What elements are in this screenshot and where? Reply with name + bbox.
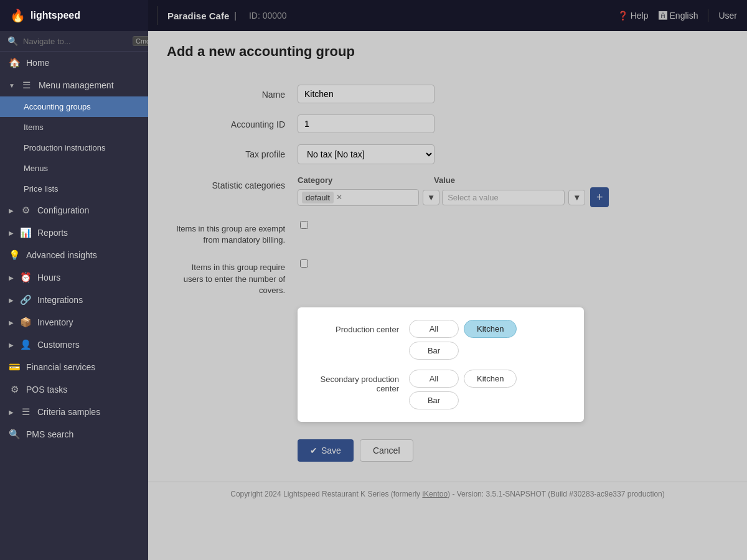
sidebar-item-accounting-groups[interactable]: Accounting groups <box>0 96 148 117</box>
value-header: Value <box>434 175 568 185</box>
ikentoo-link[interactable]: iKentoo <box>422 490 448 498</box>
tax-profile-select[interactable]: No tax [No tax] Standard Tax Reduced Tax <box>298 144 435 164</box>
covers-text: Items in this group require users to ent… <box>173 262 285 296</box>
sidebar-item-production-instructions[interactable]: Production instructions <box>0 138 148 158</box>
sidebar-item-price-lists[interactable]: Price lists <box>0 179 148 199</box>
financial-icon: 💳 <box>9 362 20 373</box>
sidebar-item-integrations[interactable]: ▶ 🔗 Integrations <box>0 289 148 311</box>
secondary-center-row1: All Kitchen <box>409 370 517 388</box>
category-tag-input[interactable]: default ✕ <box>298 189 419 206</box>
secondary-production-center-row: Secondary production center All Kitchen … <box>312 370 569 409</box>
page-title: Add a new accounting group <box>167 44 728 70</box>
sidebar-label-pms-search: PMS search <box>26 429 73 439</box>
secondary-center-kitchen-button[interactable]: Kitchen <box>464 370 517 388</box>
reports-icon: 📊 <box>20 227 31 238</box>
footer-text: Copyright 2024 Lightspeed Restaurant K S… <box>230 490 665 498</box>
pos-icon: ⚙ <box>9 384 20 395</box>
stat-add-button[interactable]: + <box>590 187 609 207</box>
topbar-right: ❓ Help 🅰 English User <box>618 9 737 22</box>
production-center-buttons: All Kitchen Bar <box>409 320 517 360</box>
value-placeholder: Select a value <box>448 193 499 202</box>
topbar-right-divider <box>708 9 708 22</box>
production-center-row: Production center All Kitchen Bar <box>312 320 569 360</box>
sidebar-label-hours: Hours <box>37 273 60 282</box>
brand: 🔥 lightspeed <box>10 8 147 23</box>
secondary-center-row2: Bar <box>409 391 517 409</box>
integrations-icon: 🔗 <box>20 294 31 306</box>
exempt-checkbox[interactable] <box>300 221 308 229</box>
sidebar-item-pms-search[interactable]: 🔍 PMS search <box>0 423 148 446</box>
lang-icon: 🅰 <box>659 11 667 21</box>
topbar: 🔥 lightspeed Paradise Cafe | ID: 00000 ❓… <box>0 0 747 31</box>
sidebar-label-menus: Menus <box>24 164 48 173</box>
cancel-button[interactable]: Cancel <box>360 439 413 462</box>
lang-label: English <box>670 11 698 21</box>
sidebar-item-home[interactable]: 🏠 Home <box>0 52 148 74</box>
tax-profile-label: Tax profile <box>173 144 298 159</box>
sidebar-item-menus[interactable]: Menus <box>0 158 148 179</box>
covers-checkbox[interactable] <box>300 259 308 268</box>
prod-center-bar-button[interactable]: Bar <box>409 342 459 360</box>
secondary-center-all-button[interactable]: All <box>409 370 459 388</box>
help-icon: ❓ <box>618 11 628 21</box>
category-dropdown-button[interactable]: ▼ <box>423 190 439 205</box>
chevron-right-criteria-icon: ▶ <box>9 409 14 416</box>
criteria-icon: ☰ <box>20 406 31 418</box>
secondary-center-bar-button[interactable]: Bar <box>409 391 459 409</box>
pms-search-icon: 🔍 <box>9 429 20 440</box>
configuration-icon: ⚙ <box>20 205 31 216</box>
save-label: Save <box>321 446 341 455</box>
stat-headers: Category Value <box>298 175 609 185</box>
insights-icon: 💡 <box>9 250 20 261</box>
name-input[interactable] <box>298 85 435 103</box>
sidebar: 🔍 Cmd + K 🏠 Home ▼ ☰ Menu management Acc… <box>0 31 148 560</box>
sidebar-item-advanced-insights[interactable]: 💡 Advanced insights <box>0 244 148 266</box>
accounting-id-label: Accounting ID <box>173 114 298 129</box>
production-center-row2: Bar <box>409 342 517 360</box>
statistic-categories-label: Statistic categories <box>173 175 298 190</box>
secondary-production-center-buttons: All Kitchen Bar <box>409 370 517 409</box>
accounting-id-row: Accounting ID <box>173 114 697 133</box>
inventory-icon: 📦 <box>20 317 31 328</box>
save-icon: ✔ <box>310 446 317 455</box>
search-input[interactable] <box>23 37 128 46</box>
sidebar-item-hours[interactable]: ▶ ⏰ Hours <box>0 266 148 289</box>
accounting-id-input[interactable] <box>298 114 435 133</box>
chevron-right-customers-icon: ▶ <box>9 342 14 348</box>
chevron-right-inventory-icon: ▶ <box>9 319 14 326</box>
exempt-label: Items in this group are exempt from mand… <box>173 218 298 246</box>
language-button[interactable]: 🅰 English <box>659 11 698 21</box>
form-area: Name Accounting ID Tax profile No tax [N… <box>148 70 747 482</box>
name-row: Name <box>173 85 697 103</box>
save-button[interactable]: ✔ Save <box>298 439 354 462</box>
help-label: Help <box>631 11 649 21</box>
sidebar-item-financial-services[interactable]: 💳 Financial services <box>0 356 148 378</box>
prod-center-kitchen-button[interactable]: Kitchen <box>464 320 517 338</box>
user-label: User <box>718 11 737 21</box>
sidebar-label-menu-management: Menu management <box>39 80 114 90</box>
category-header: Category <box>298 175 431 185</box>
value-select[interactable]: Select a value <box>442 190 565 205</box>
sidebar-item-menu-management[interactable]: ▼ ☰ Menu management <box>0 74 148 96</box>
sidebar-item-customers[interactable]: ▶ 👤 Customers <box>0 334 148 356</box>
sidebar-item-items[interactable]: Items <box>0 117 148 138</box>
sidebar-search[interactable]: 🔍 Cmd + K <box>0 31 148 52</box>
home-icon: 🏠 <box>9 57 20 68</box>
help-button[interactable]: ❓ Help <box>618 11 649 21</box>
chevron-right-icon: ▶ <box>9 207 14 214</box>
sidebar-item-pos-tasks[interactable]: ⚙ POS tasks <box>0 378 148 401</box>
sidebar-label-advanced-insights: Advanced insights <box>26 250 97 260</box>
value-dropdown-button[interactable]: ▼ <box>568 190 585 205</box>
cancel-label: Cancel <box>373 446 400 455</box>
sidebar-label-integrations: Integrations <box>37 295 83 305</box>
sidebar-item-reports[interactable]: ▶ 📊 Reports <box>0 222 148 244</box>
prod-center-all-button[interactable]: All <box>409 320 459 338</box>
sidebar-item-inventory[interactable]: ▶ 📦 Inventory <box>0 311 148 334</box>
sidebar-label-reports: Reports <box>37 228 68 238</box>
tax-profile-control: No tax [No tax] Standard Tax Reduced Tax <box>298 144 596 164</box>
category-tag-remove[interactable]: ✕ <box>336 193 342 202</box>
sidebar-item-configuration[interactable]: ▶ ⚙ Configuration <box>0 199 148 222</box>
sidebar-label-price-lists: Price lists <box>24 184 59 194</box>
user-button[interactable]: User <box>718 11 737 21</box>
sidebar-item-criteria-samples[interactable]: ▶ ☰ Criteria samples <box>0 401 148 423</box>
